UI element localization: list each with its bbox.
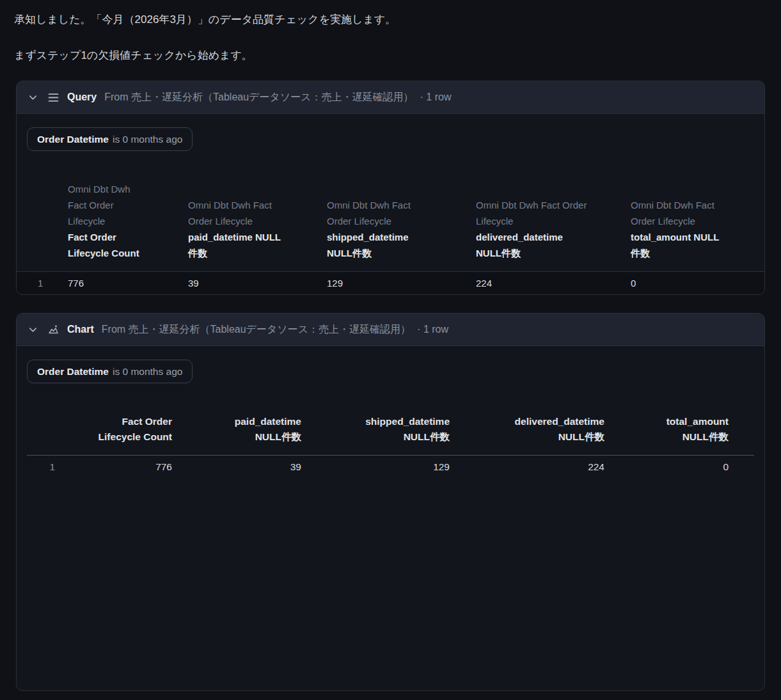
column-header-label: total_amount NULL 件数 xyxy=(631,229,764,261)
chat-page: 承知しました。「今月（2026年3月）」のデータ品質チェックを実施します。 まず… xyxy=(0,0,781,700)
filter-field: Order Datetime xyxy=(37,366,109,378)
chart-panel-source: From 売上・遅延分析（Tableauデータソース：売上・遅延確認用） xyxy=(102,323,411,337)
chevron-down-icon[interactable] xyxy=(28,325,38,335)
cell-value: 776 xyxy=(68,278,188,289)
cell-value: 0 xyxy=(631,278,764,289)
column-header-label: shipped_datetime NULL件数 xyxy=(327,229,476,261)
column-header-label: delivered_datetime NULL件数 xyxy=(476,229,631,261)
column-header: Omni Dbt Dwh Fact Order Lifecycle Fact O… xyxy=(68,181,188,261)
cell-value: 39 xyxy=(172,461,301,473)
chevron-down-icon[interactable] xyxy=(28,93,38,102)
cell-value: 39 xyxy=(188,278,327,289)
cell-value: 129 xyxy=(327,278,476,289)
column-header-label: paid_datetime NULL 件数 xyxy=(188,229,327,261)
filter-field: Order Datetime xyxy=(37,134,109,145)
cell-value: 224 xyxy=(476,278,631,289)
query-panel: Query From 売上・遅延分析（Tableauデータソース：売上・遅延確認… xyxy=(16,81,765,295)
cell-value: 0 xyxy=(604,461,729,473)
query-table-header-row: Omni Dbt Dwh Fact Order Lifecycle Fact O… xyxy=(17,151,764,271)
column-header-prefix: Omni Dbt Dwh Fact Order Lifecycle xyxy=(631,197,764,229)
cell-value: 776 xyxy=(55,461,172,473)
chart-result-table: Fact Order Lifecycle Count paid_datetime… xyxy=(27,414,754,479)
column-header-prefix: Omni Dbt Dwh Fact Order Lifecycle xyxy=(68,181,188,229)
filter-pill[interactable]: Order Datetime is 0 months ago xyxy=(27,127,193,151)
list-icon xyxy=(48,93,59,102)
chart-panel-title: Chart xyxy=(67,324,94,335)
column-header: Omni Dbt Dwh Fact Order Lifecycle total_… xyxy=(631,197,764,261)
chart-panel-body: Order Datetime is 0 months ago Fact Orde… xyxy=(17,346,764,479)
query-panel-row-count: · 1 row xyxy=(420,91,452,103)
filter-pill[interactable]: Order Datetime is 0 months ago xyxy=(27,360,193,383)
row-number: 1 xyxy=(17,278,68,289)
column-header: paid_datetime NULL件数 xyxy=(172,414,301,445)
chart-panel: Chart From 売上・遅延分析（Tableauデータソース：売上・遅延確認… xyxy=(16,313,765,691)
column-header-prefix: Omni Dbt Dwh Fact Order Lifecycle xyxy=(188,197,327,229)
column-header: delivered_datetime NULL件数 xyxy=(450,414,604,445)
chart-panel-header[interactable]: Chart From 売上・遅延分析（Tableauデータソース：売上・遅延確認… xyxy=(17,314,764,346)
column-header-prefix: Omni Dbt Dwh Fact Order Lifecycle xyxy=(476,197,631,229)
filter-condition: is 0 months ago xyxy=(113,134,182,145)
table-row: 1 776 39 129 224 0 xyxy=(17,271,764,294)
column-header: total_amount NULL件数 xyxy=(604,414,729,445)
column-header: shipped_datetime NULL件数 xyxy=(301,414,450,445)
query-panel-header[interactable]: Query From 売上・遅延分析（Tableauデータソース：売上・遅延確認… xyxy=(17,81,764,114)
filter-condition: is 0 months ago xyxy=(113,366,182,378)
cell-value: 129 xyxy=(301,461,450,473)
column-header: Fact Order Lifecycle Count xyxy=(55,414,172,445)
cell-value: 224 xyxy=(450,461,604,473)
table-row: 1 776 39 129 224 0 xyxy=(27,455,754,479)
query-panel-body: Order Datetime is 0 months ago Omni Dbt … xyxy=(17,114,764,294)
query-panel-title: Query xyxy=(67,91,97,103)
query-result-table: Omni Dbt Dwh Fact Order Lifecycle Fact O… xyxy=(17,151,764,294)
column-header-label: Fact Order Lifecycle Count xyxy=(68,229,188,261)
column-header: Omni Dbt Dwh Fact Order Lifecycle delive… xyxy=(476,197,631,261)
chat-message-line-2: まずステップ1の欠損値チェックから始めます。 xyxy=(14,49,765,63)
chart-table-header-row: Fact Order Lifecycle Count paid_datetime… xyxy=(27,414,754,455)
row-number: 1 xyxy=(27,461,55,473)
column-header: Omni Dbt Dwh Fact Order Lifecycle shippe… xyxy=(327,197,476,261)
query-panel-source: From 売上・遅延分析（Tableauデータソース：売上・遅延確認用） xyxy=(104,91,413,104)
chat-message-line-1: 承知しました。「今月（2026年3月）」のデータ品質チェックを実施します。 xyxy=(14,13,765,27)
chart-panel-row-count: · 1 row xyxy=(417,324,448,335)
column-header-prefix: Omni Dbt Dwh Fact Order Lifecycle xyxy=(327,197,476,229)
column-header: Omni Dbt Dwh Fact Order Lifecycle paid_d… xyxy=(188,197,327,261)
area-chart-icon xyxy=(48,324,59,335)
